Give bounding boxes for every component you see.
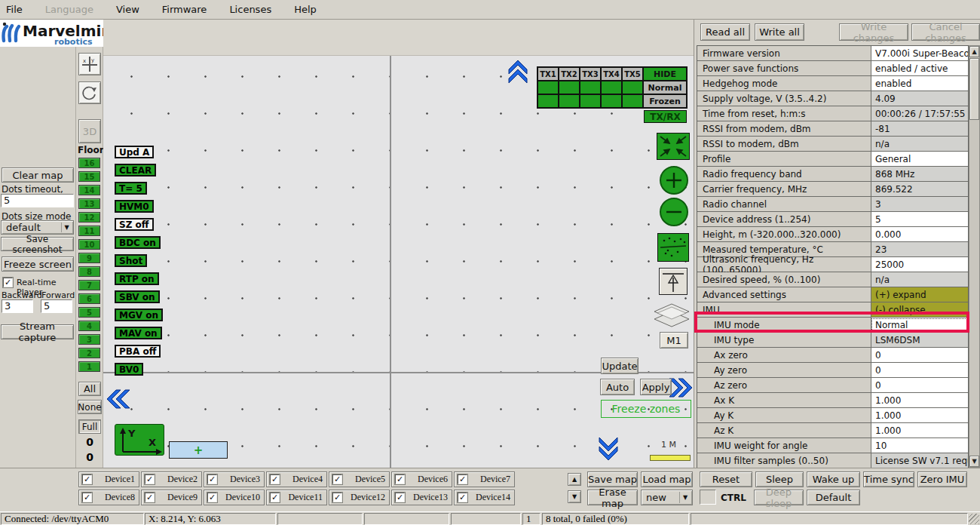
device-checkbox[interactable]: ✓ — [458, 493, 467, 502]
param-value[interactable]: 0 — [871, 378, 968, 392]
zoom-out-icon[interactable] — [660, 198, 688, 226]
tx-cell-r1c1[interactable] — [537, 81, 559, 94]
tx-frozen-button[interactable]: Frozen — [643, 94, 687, 108]
floor-button-13[interactable]: 13 — [78, 198, 100, 209]
tx-header-tx5[interactable]: TX5 — [622, 67, 643, 81]
device-checkbox[interactable]: ✓ — [82, 493, 92, 502]
param-value[interactable]: 00:00:26 / 17:57:55 / ( — [871, 106, 968, 121]
param-value[interactable]: (-) collapse — [871, 302, 968, 317]
param-label[interactable]: Firmware version — [697, 46, 871, 60]
device-cell-device14[interactable]: ✓Device14 — [454, 490, 515, 505]
clear-map-button[interactable]: Clear map — [2, 167, 74, 183]
stream-capture-button[interactable]: Stream capture — [1, 324, 74, 339]
device-checkbox[interactable]: ✓ — [145, 493, 155, 502]
map-area[interactable]: TX1TX2TX3TX4TX5HIDENormalFrozen TX/RX Up… — [103, 20, 694, 468]
tx-cell-r1c4[interactable] — [601, 81, 622, 94]
map-select[interactable]: new ▼ — [641, 490, 693, 505]
map-button-sbv-on[interactable]: SBV on — [115, 290, 160, 303]
param-value[interactable]: 0 — [871, 348, 968, 362]
param-value[interactable]: 5 — [871, 212, 968, 226]
pan-left-icon[interactable] — [106, 388, 130, 410]
floor-button-14[interactable]: 14 — [78, 185, 100, 195]
param-label[interactable]: IMU — [697, 302, 871, 317]
device-checkbox[interactable]: ✓ — [270, 493, 280, 502]
param-value[interactable]: 868 MHz — [871, 167, 968, 181]
ctrl-checkbox[interactable] — [700, 490, 716, 505]
param-label[interactable]: Az K — [697, 423, 871, 438]
device-cell-device1[interactable]: ✓Device1 — [78, 471, 139, 487]
param-label[interactable]: Ax zero — [697, 348, 871, 362]
apply-button[interactable]: Apply — [640, 379, 672, 395]
device-checkbox[interactable]: ✓ — [145, 474, 155, 484]
menu-help[interactable]: Help — [294, 2, 326, 17]
fit-to-screen-icon[interactable] — [657, 133, 690, 160]
param-value[interactable]: LSM6DSM — [871, 333, 968, 347]
param-label[interactable]: Az zero — [697, 378, 871, 392]
tx-header-tx1[interactable]: TX1 — [537, 67, 559, 81]
param-label[interactable]: Ay zero — [697, 363, 871, 377]
pan-up-icon[interactable] — [507, 59, 528, 83]
device-cell-device12[interactable]: ✓Device12 — [329, 490, 390, 505]
txrx-button[interactable]: TX/RX — [644, 110, 687, 123]
floor-button-7[interactable]: 7 — [78, 280, 100, 290]
map-button-mav-on[interactable]: MAV on — [115, 327, 162, 339]
auto-button[interactable]: Auto — [600, 379, 635, 395]
save-map-button[interactable]: Save map — [587, 471, 638, 487]
panel-scrollbar[interactable]: ▲ ▼ — [969, 45, 980, 468]
dots-size-select[interactable]: default ▼ — [1, 220, 74, 235]
floor-button-5[interactable]: 5 — [78, 307, 100, 318]
map-button-rtp-on[interactable]: RTP on — [115, 272, 159, 285]
sleep-button[interactable]: Sleep — [755, 471, 804, 487]
zero-imu-button[interactable]: Zero IMU — [917, 471, 967, 487]
map-button-upd-a[interactable]: Upd A — [115, 146, 154, 158]
device-cell-device9[interactable]: ✓Device9 — [141, 490, 202, 505]
device-cell-device2[interactable]: ✓Device2 — [141, 471, 202, 487]
mode-3d-button[interactable]: 3D — [78, 119, 101, 143]
floor-button-11[interactable]: 11 — [78, 226, 100, 236]
dots-timeout-input[interactable]: 5 — [1, 194, 74, 207]
device-cell-device8[interactable]: ✓Device8 — [78, 490, 139, 505]
param-label[interactable]: Radio frequency band — [697, 167, 871, 181]
param-label[interactable]: IMU mode — [697, 318, 871, 332]
menu-view[interactable]: View — [116, 2, 149, 17]
device-cell-device4[interactable]: ✓Device4 — [266, 471, 327, 487]
map-button-shot[interactable]: Shot — [115, 254, 147, 267]
device-cell-device10[interactable]: ✓Device10 — [204, 490, 265, 505]
device-cell-device3[interactable]: ✓Device3 — [204, 471, 265, 487]
param-value[interactable]: License SW v7.1 requi — [871, 453, 968, 468]
tx-header-tx2[interactable]: TX2 — [559, 67, 580, 81]
param-value[interactable]: -81 — [871, 121, 968, 136]
layers-icon[interactable] — [653, 302, 691, 330]
param-value[interactable]: enabled — [871, 76, 968, 91]
tx-cell-r2c3[interactable] — [580, 94, 601, 108]
tx-cell-r2c1[interactable] — [537, 94, 559, 108]
param-value[interactable]: Normal — [871, 318, 968, 332]
tx-cell-r1c2[interactable] — [559, 81, 580, 94]
map-button-hvm0[interactable]: HVM0 — [115, 200, 154, 213]
device-checkbox[interactable]: ✓ — [458, 474, 467, 484]
tx-header-tx4[interactable]: TX4 — [601, 67, 622, 81]
param-value[interactable]: 25000 — [871, 257, 968, 272]
device-cell-device7[interactable]: ✓Device7 — [454, 471, 515, 487]
read-all-button[interactable]: Read all — [700, 23, 750, 41]
zoom-in-icon[interactable] — [660, 166, 688, 195]
device-checkbox[interactable]: ✓ — [207, 493, 217, 502]
add-submap-button[interactable]: + — [169, 441, 228, 459]
floor-button-6[interactable]: 6 — [78, 293, 100, 304]
freeze-zones-button[interactable]: Freeze zones — [601, 400, 691, 418]
param-value[interactable]: n/a — [871, 272, 968, 287]
write-changes-button[interactable]: Write changes — [839, 23, 908, 41]
param-label[interactable]: Height, m (-320.000..320.000) — [697, 227, 871, 241]
param-label[interactable]: Desired speed, % (0..100) — [697, 272, 871, 287]
param-value[interactable]: 869.522 — [871, 182, 968, 196]
cancel-changes-button[interactable]: Cancel changes — [911, 23, 980, 41]
param-value[interactable]: n/a — [871, 137, 968, 151]
device-cell-device6[interactable]: ✓Device6 — [391, 471, 452, 487]
tx-cell-r2c2[interactable] — [559, 94, 580, 108]
time-sync-button[interactable]: Time sync — [863, 471, 914, 487]
device-checkbox[interactable]: ✓ — [270, 474, 280, 484]
tx-cell-r2c4[interactable] — [601, 94, 622, 108]
floor-button-15[interactable]: 15 — [78, 171, 100, 182]
backward-input[interactable]: 3 — [2, 299, 33, 313]
write-all-button[interactable]: Write all — [755, 23, 804, 41]
